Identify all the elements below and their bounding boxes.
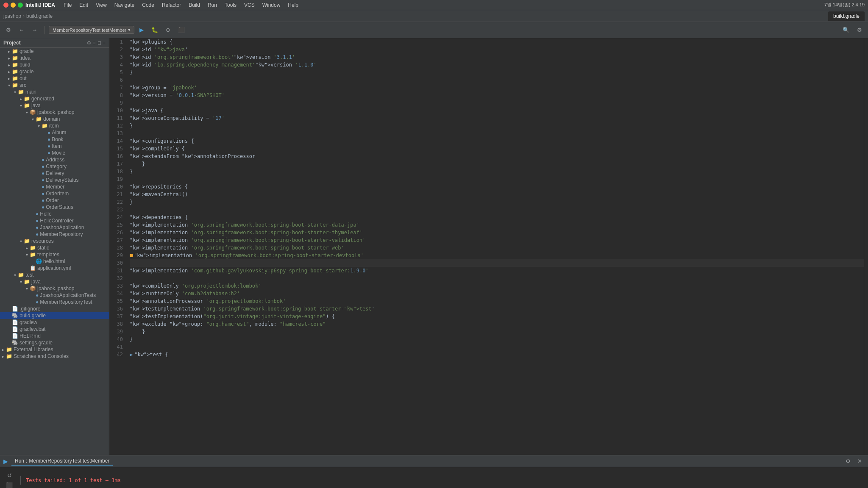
toolbar-forward-btn[interactable]: → — [29, 25, 40, 34]
sidebar-item-templates[interactable]: ▾ 📁 templates — [0, 251, 109, 258]
debug-button[interactable]: 🐛 — [149, 25, 161, 34]
sidebar-item-gradlew[interactable]: 📄 gradlew — [0, 319, 109, 326]
settings-button[interactable]: ⚙ — [854, 25, 865, 34]
tree-icon: ● — [36, 211, 39, 217]
menu-help[interactable]: Help — [284, 1, 302, 9]
maximize-button[interactable] — [18, 3, 23, 8]
sidebar-item-Order[interactable]: ● Order — [0, 197, 109, 204]
sidebar-collapse-icon[interactable]: − — [103, 40, 106, 46]
run-panel-settings[interactable]: ⚙ — [843, 457, 853, 466]
close-button[interactable] — [3, 3, 8, 8]
toolbar-run-config-icon[interactable]: ⚙ — [3, 25, 14, 34]
search-button[interactable]: 🔍 — [840, 25, 852, 34]
menu-tools[interactable]: Tools — [221, 1, 240, 9]
run-config-selector[interactable]: MemberRepositoryTest.testMember ▾ — [49, 26, 134, 34]
code-line-34: "kw">runtimeOnly 'com.h2database:h2' — [130, 290, 864, 297]
sidebar-item-jpabook.jpashop2[interactable]: ▾ 📦 jpabook.jpashop — [0, 285, 109, 292]
run-stop-button[interactable]: ⬛ — [3, 481, 15, 488]
sidebar-item-OrderStatus[interactable]: ● OrderStatus — [0, 204, 109, 211]
menu-edit[interactable]: Edit — [76, 1, 92, 9]
sidebar-item-JpashopApplicationTests[interactable]: ● JpashopApplicationTests — [0, 292, 109, 299]
tree-icon: 📁 — [30, 252, 36, 258]
active-tab[interactable]: build.gradle — [828, 11, 865, 21]
sidebar-item-gradlew.bat[interactable]: 📄 gradlew.bat — [0, 326, 109, 333]
sidebar-item-test[interactable]: ▾ 📁 test — [0, 272, 109, 278]
sidebar-item-gradle[interactable]: ▸ 📁 gradle — [0, 48, 109, 55]
tree-label: gradlew.bat — [19, 326, 45, 332]
sidebar-item-generated[interactable]: ▸ 📁 generated — [0, 95, 109, 102]
sidebar-item-Member[interactable]: ● Member — [0, 183, 109, 190]
sidebar-item-main[interactable]: ▾ 📁 main — [0, 89, 109, 95]
sidebar-item-hello.html[interactable]: 🌐 hello.html — [0, 258, 109, 265]
sidebar-item-Hello[interactable]: ● Hello — [0, 211, 109, 217]
sidebar-item-domain[interactable]: ▾ 📁 domain — [0, 116, 109, 122]
sidebar-item-External Libraries[interactable]: ▸ 📁 External Libraries — [0, 346, 109, 353]
sidebar-item-src[interactable]: ▾ 📁 src — [0, 82, 109, 89]
tree-arrow: ▸ — [18, 97, 24, 101]
sidebar-item-resources[interactable]: ▾ 📁 resources — [0, 238, 109, 244]
sidebar-item-item[interactable]: ▾ 📁 item — [0, 122, 109, 129]
sidebar-item-out[interactable]: ▸ 📁 out — [0, 75, 109, 82]
sidebar-item-Address[interactable]: ● Address — [0, 156, 109, 163]
tree-arrow: ▸ — [6, 56, 12, 61]
coverage-button[interactable]: ⊙ — [163, 25, 173, 34]
sidebar-item-build.gradle[interactable]: 🐘 build.gradle — [0, 312, 109, 319]
sidebar-item-application.yml[interactable]: 📋 application.yml — [0, 265, 109, 272]
sidebar-item-java2[interactable]: ▾ 📁 java — [0, 278, 109, 285]
line-number-7: 7 — [109, 84, 123, 92]
rerun-button[interactable]: ↺ — [3, 471, 15, 480]
menu-build[interactable]: Build — [185, 1, 203, 9]
menu-run[interactable]: Run — [204, 1, 220, 9]
sidebar-item-gradle2[interactable]: ▸ 📁 gradle — [0, 68, 109, 75]
chevron-down-icon: ▾ — [128, 27, 131, 33]
sidebar-item-JpashopApplication[interactable]: ● JpashopApplication — [0, 224, 109, 231]
menu-refactor[interactable]: Refactor — [159, 1, 184, 9]
sidebar-item-MemberRepositoryTest[interactable]: ● MemberRepositoryTest — [0, 299, 109, 305]
menu-view[interactable]: View — [92, 1, 110, 9]
sidebar-item-HelloController[interactable]: ● HelloController — [0, 217, 109, 224]
tree-icon: 📁 — [6, 347, 12, 352]
run-button[interactable]: ▶ — [137, 25, 146, 34]
sidebar-item-Category[interactable]: ● Category — [0, 163, 109, 170]
sidebar-sort2-icon[interactable]: ⊟ — [97, 40, 101, 46]
sidebar-item-Album[interactable]: ● Album — [0, 129, 109, 136]
toolbar-back-btn[interactable]: ← — [16, 25, 27, 34]
toolbar: ⚙ ← → MemberRepositoryTest.testMember ▾ … — [0, 22, 868, 38]
stop-button[interactable]: ⬛ — [175, 25, 187, 34]
sidebar-item-static[interactable]: ▸ 📁 static — [0, 244, 109, 251]
code-line-17: } — [130, 160, 864, 168]
run-tab[interactable]: Run: MemberRepositoryTest.testMember — [11, 457, 113, 466]
code-line-33: "kw">compileOnly 'org.projectlombok:lomb… — [130, 282, 864, 290]
line-numbers: 1234567891011121314151617181920212223242… — [109, 38, 126, 455]
fold-icon[interactable]: ▶ — [130, 351, 133, 358]
menu-navigate[interactable]: Navigate — [111, 1, 138, 9]
line-number-23: 23 — [109, 206, 123, 214]
sidebar-item-Scratches[interactable]: ▸ 📁 Scratches and Consoles — [0, 353, 109, 360]
sidebar-item-Book[interactable]: ● Book — [0, 136, 109, 143]
tree-icon: 📁 — [6, 353, 12, 359]
sidebar-item-java[interactable]: ▾ 📁 java — [0, 102, 109, 109]
sidebar-item-Movie[interactable]: ● Movie — [0, 150, 109, 156]
sidebar-sort-icon[interactable]: ≡ — [93, 40, 95, 46]
minimize-button[interactable] — [11, 3, 16, 8]
menu-vcs[interactable]: VCS — [241, 1, 258, 9]
sidebar-settings-icon[interactable]: ⚙ — [87, 40, 91, 46]
sidebar-item-.gitignore[interactable]: 📄 .gitignore — [0, 305, 109, 312]
sidebar-item-OrderItem[interactable]: ● OrderItem — [0, 190, 109, 197]
sidebar-item-settings.gradle[interactable]: 🐘 settings.gradle — [0, 339, 109, 346]
menu-window[interactable]: Window — [259, 1, 284, 9]
sidebar-item-Delivery[interactable]: ● Delivery — [0, 170, 109, 177]
run-panel-close[interactable]: ✕ — [855, 457, 865, 466]
sidebar-item-build[interactable]: ▸ 📁 build — [0, 61, 109, 68]
sidebar-item-DeliveryStatus[interactable]: ● DeliveryStatus — [0, 177, 109, 183]
sidebar-item-Item[interactable]: ● Item — [0, 143, 109, 150]
code-content[interactable]: "kw">plugins { "kw">id '"kw">java' "kw">… — [126, 38, 864, 455]
sidebar-item-idea[interactable]: ▸ 📁 .idea — [0, 55, 109, 61]
sidebar-item-jpabook.jpashop[interactable]: ▾ 📦 jpabook.jpashop — [0, 109, 109, 116]
sidebar-item-HELP.md[interactable]: 📄 HELP.md — [0, 333, 109, 339]
tree-arrow: ▸ — [6, 63, 12, 67]
sidebar-item-MemberRepository[interactable]: ● MemberRepository — [0, 231, 109, 238]
tree-arrow: ▸ — [0, 347, 6, 352]
menu-code[interactable]: Code — [139, 1, 158, 9]
menu-file[interactable]: File — [60, 1, 75, 9]
